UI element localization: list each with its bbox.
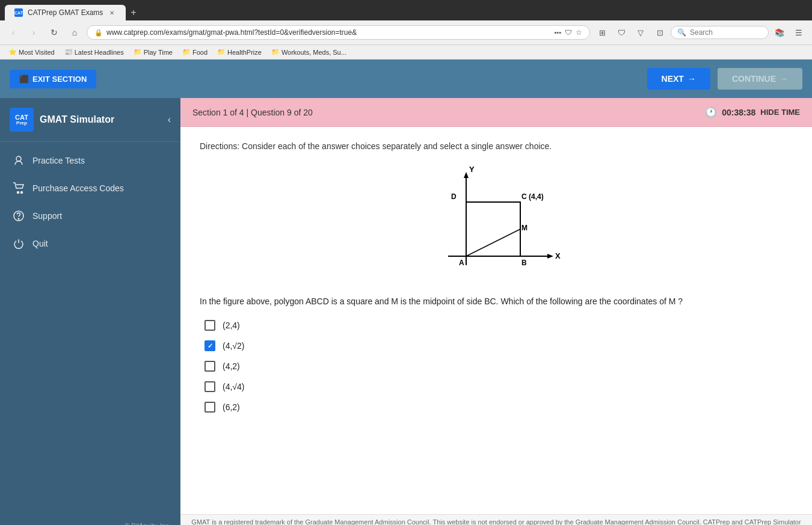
sidebar-item-label: Quit [32, 239, 48, 248]
bookmark-icon[interactable]: ☆ [576, 28, 582, 37]
bookmarks-bar: ⭐ Most Visited 📰 Latest Headlines 📁 Play… [0, 45, 812, 60]
section-info: Section 1 of 4 | Question 9 of 20 [192, 108, 313, 117]
back-button[interactable]: ‹ [5, 24, 22, 41]
exit-icon: ⬛ [19, 75, 29, 84]
bookmark-food[interactable]: 📁 Food [179, 47, 211, 57]
clock-icon: 🕐 [705, 106, 717, 118]
answer-label-b: (4,√2) [223, 341, 244, 351]
toolbar-actions: ⊞ 🛡 ▽ ⊡ 🔍 📚 ☰ [594, 24, 807, 41]
sidebar-collapse-button[interactable]: ‹ [168, 114, 171, 125]
reload-button[interactable]: ↻ [46, 24, 63, 41]
answer-choice-d: (4,√4) [205, 381, 793, 392]
y-label: Y [469, 165, 475, 174]
sidebar-header: CAT Prep GMAT Simulator ‹ [0, 98, 180, 142]
folder-icon: 📁 [217, 48, 226, 56]
star-icon: ⭐ [8, 48, 17, 56]
coordinate-diagram: Y X A B C (4,4) D M [412, 163, 580, 283]
sidebar: CAT Prep GMAT Simulator ‹ Practice Tests [0, 98, 180, 525]
svg-point-1 [17, 192, 19, 194]
checkbox-e[interactable] [205, 402, 215, 413]
vpn-button[interactable]: ▽ [632, 24, 649, 41]
m-label: M [521, 224, 527, 232]
address-bar[interactable]: 🔒 www.catprep.com/exams/gmat/gmat-pwa.ht… [87, 25, 590, 40]
bookmark-play-time[interactable]: 📁 Play Time [130, 47, 176, 57]
shield-icon: 🛡 [565, 28, 572, 37]
svg-point-0 [16, 156, 21, 161]
question-header: Section 1 of 4 | Question 9 of 20 🕐 00:3… [180, 98, 812, 127]
answer-choice-e: (6,2) [205, 402, 793, 413]
sidebar-item-support[interactable]: Support [0, 202, 180, 230]
tab-title: CATPrep GMAT Exams [28, 8, 103, 17]
svg-point-4 [18, 218, 19, 220]
sidebar-item-label: Support [32, 211, 62, 221]
news-icon: 📰 [64, 48, 73, 56]
question-icon [12, 209, 25, 223]
tab-bar: CAT CATPrep GMAT Exams ✕ + [5, 5, 807, 20]
a-label: A [459, 259, 464, 267]
new-tab-button[interactable]: + [126, 5, 141, 20]
power-icon [12, 237, 25, 250]
checkbox-c[interactable] [205, 361, 215, 372]
checkbox-a[interactable] [205, 320, 215, 331]
svg-marker-8 [547, 254, 553, 259]
tab-close-btn[interactable]: ✕ [108, 8, 116, 17]
url-text: www.catprep.com/exams/gmat/gmat-pwa.html… [106, 28, 550, 37]
sidebar-nav: Practice Tests Purchase Access Codes [0, 142, 180, 515]
timer-display: 00:38:38 [722, 108, 755, 117]
sidebar-footer: © BitAcuity, Inc. [0, 515, 180, 525]
graduation-icon [12, 154, 25, 167]
app-footer: GMAT is a registered trademark of the Gr… [180, 514, 812, 525]
sidebar-item-purchase-access-codes[interactable]: Purchase Access Codes [0, 174, 180, 202]
svg-marker-6 [464, 172, 469, 178]
content-area: CAT Prep GMAT Simulator ‹ Practice Tests [0, 98, 812, 525]
cart-icon [12, 182, 25, 195]
answer-label-e: (6,2) [223, 402, 240, 412]
arrow-right-icon: → [687, 74, 696, 84]
sidebar-item-quit[interactable]: Quit [0, 230, 180, 257]
lock-icon: 🔒 [94, 29, 103, 37]
x-label: X [555, 251, 561, 260]
diagram-container: Y X A B C (4,4) D M [200, 163, 793, 283]
answer-choices: (2,4) (4,√2) (4,2) (4,√4) [200, 320, 793, 413]
b-label: B [521, 259, 527, 267]
c-label: C (4,4) [521, 192, 544, 201]
svg-line-10 [466, 229, 520, 256]
search-icon: 🔍 [677, 28, 686, 37]
sidebar-item-label: Practice Tests [32, 156, 85, 165]
exit-section-button[interactable]: ⬛ EXIT SECTION [10, 70, 96, 88]
menu-button[interactable]: ☰ [790, 24, 807, 41]
active-tab[interactable]: CAT CATPrep GMAT Exams ✕ [5, 5, 126, 20]
browser-toolbar: ‹ › ↻ ⌂ 🔒 www.catprep.com/exams/gmat/gma… [0, 20, 812, 45]
bookmark-latest-headlines[interactable]: 📰 Latest Headlines [61, 47, 128, 57]
checkbox-d[interactable] [205, 381, 215, 392]
shield-button[interactable]: 🛡 [613, 24, 630, 41]
checkbox-b[interactable] [205, 340, 215, 351]
next-button[interactable]: NEXT → [647, 68, 710, 90]
forward-button[interactable]: › [25, 24, 42, 41]
search-box[interactable]: 🔍 [671, 26, 769, 39]
hide-time-button[interactable]: HIDE TIME [760, 108, 800, 117]
answer-choice-a: (2,4) [205, 320, 793, 331]
question-text: In the figure above, polygon ABCD is a s… [200, 295, 793, 308]
arrow-right-icon: → [780, 74, 788, 84]
more-options-icon: ••• [554, 29, 561, 36]
home-button[interactable]: ⌂ [66, 24, 83, 41]
top-bar: ⬛ EXIT SECTION NEXT → CONTINUE → [0, 60, 812, 98]
bookmark-most-visited[interactable]: ⭐ Most Visited [5, 47, 58, 57]
answer-label-d: (4,√4) [223, 382, 244, 391]
directions-text: Directions: Consider each of the answer … [200, 141, 793, 151]
answer-choice-b: (4,√2) [205, 340, 793, 351]
reader-button[interactable]: ⊡ [651, 24, 668, 41]
search-input[interactable] [690, 28, 762, 37]
sidebar-item-practice-tests[interactable]: Practice Tests [0, 147, 180, 174]
sidebar-title: GMAT Simulator [40, 114, 162, 125]
bookmark-workouts[interactable]: 📁 Workouts, Meds, Su... [268, 47, 350, 57]
answer-label-c: (4,2) [223, 361, 240, 371]
continue-button: CONTINUE → [718, 68, 802, 90]
answer-choice-c: (4,2) [205, 361, 793, 372]
svg-rect-9 [466, 202, 520, 256]
bookmarks-library-button[interactable]: 📚 [771, 24, 788, 41]
bookmark-healthprize[interactable]: 📁 HealthPrize [214, 47, 265, 57]
extensions-button[interactable]: ⊞ [594, 24, 611, 41]
cat-logo: CAT Prep [10, 108, 34, 132]
